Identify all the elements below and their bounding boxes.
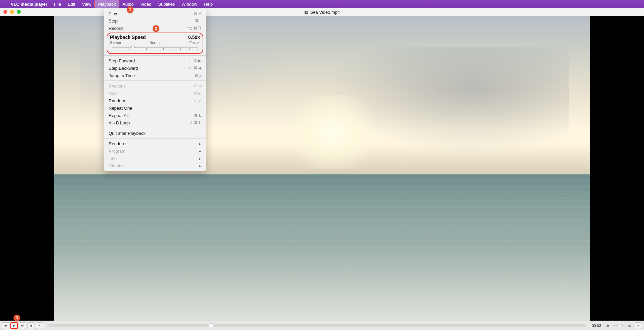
menu-item-repeat-one[interactable]: Repeat One (104, 104, 206, 112)
submenu-arrow-icon: ▸ (199, 149, 201, 154)
stop-button[interactable]: ■ (28, 322, 35, 329)
volume-low-icon[interactable]: 🔈 (604, 322, 612, 329)
menu-item-quit-after-playback[interactable]: Quit after Playback (104, 129, 206, 137)
menu-item-label: Step Forward (109, 58, 135, 63)
submenu-arrow-icon: ▸ (199, 156, 201, 161)
menu-item-label: Previous (109, 84, 126, 89)
menu-item-label: Jump to Time (109, 73, 135, 78)
menu-window[interactable]: Window (178, 0, 200, 8)
menu-item-play[interactable]: Play ⌘ P (104, 10, 206, 17)
menu-item-shortcut: ⌘ ◀ (193, 84, 201, 88)
menu-item-program: Program ▸ (104, 147, 206, 155)
transport-group: ◂◂ ▶ ▸▸ (2, 322, 26, 329)
annotation-badge-1: 1 (127, 6, 133, 13)
menu-item-shortcut: ⌘ Z (194, 98, 201, 103)
annotation-badge-2: 2 (153, 25, 159, 32)
menu-item-label: Renderer (109, 141, 127, 146)
playlist-button[interactable]: ≡ (36, 322, 43, 329)
menu-item-random[interactable]: Random ⌘ Z (104, 97, 206, 104)
playback-dropdown: Play ⌘ P Stop ⌘ . Record ⌥ ⌘ R Playback … (104, 8, 206, 171)
menu-item-previous: Previous ⌘ ◀ (104, 82, 206, 90)
video-area[interactable] (0, 16, 644, 321)
menu-item-next: Next ⌘ ▶ (104, 90, 206, 97)
menu-edit[interactable]: Edit (64, 0, 78, 8)
menu-item-label: Chapter (109, 163, 124, 168)
window-title: Sea Video.mp4 (310, 10, 340, 15)
time-elapsed: 00:03 (590, 324, 603, 328)
traffic-lights (3, 10, 21, 14)
menu-separator (104, 55, 206, 56)
menu-item-shortcut: ⌥ ⌘ ▶ (187, 58, 201, 63)
menu-item-label: Stop (109, 18, 118, 23)
menu-item-chapter: Chapter ▸ (104, 162, 206, 169)
menu-item-shortcut: ⇧ ⌘ L (190, 120, 201, 125)
window-close-button[interactable] (3, 10, 7, 14)
menu-item-label: Program (109, 149, 125, 154)
volume-knob[interactable] (618, 324, 621, 327)
annotation-badge-3: 3 (13, 315, 20, 321)
window-zoom-button[interactable] (17, 10, 21, 14)
menu-item-label: Repeat One (109, 106, 132, 111)
menu-item-label: Record (109, 26, 123, 31)
playback-speed-value: 0.50x (188, 35, 200, 40)
menu-help[interactable]: Help (201, 0, 216, 8)
menu-item-title: Title ▸ (104, 155, 206, 162)
player-toolbar: ◂◂ ▶ ▸▸ ■ ≡ 00:03 🔈 🔊 ⤢ (0, 321, 644, 330)
menu-item-stop[interactable]: Stop ⌘ . (104, 17, 206, 24)
sun-decoration (279, 95, 386, 169)
document-icon: ▦ (304, 10, 308, 15)
playback-speed-label: Playback Speed (110, 35, 146, 40)
playback-speed-slider[interactable] (110, 45, 200, 50)
macos-menubar: VLC media player File Edit View Playback… (0, 0, 644, 8)
menu-file[interactable]: File (51, 0, 64, 8)
speed-faster-label: Faster (190, 41, 200, 45)
menu-item-label: Repeat All (109, 113, 128, 118)
menu-item-jump-to-time[interactable]: Jump to Time ⌘ J (104, 72, 206, 79)
menu-item-step-backward[interactable]: Step Backward ⌥ ⌘ ◀ (104, 64, 206, 72)
menu-item-label: Title (109, 156, 117, 161)
menu-item-step-forward[interactable]: Step Forward ⌥ ⌘ ▶ (104, 57, 206, 64)
menu-item-label: Play (109, 11, 117, 16)
menu-video[interactable]: Video (137, 0, 155, 8)
menu-item-label: Quit after Playback (109, 131, 146, 136)
speed-slower-label: Slower (110, 41, 121, 45)
menu-item-shortcut: ⌘ L (194, 113, 201, 118)
menu-separator (104, 80, 206, 81)
menu-item-shortcut: ⌘ . (195, 18, 201, 23)
menu-item-label: A→B Loop (109, 120, 130, 125)
volume-slider[interactable] (613, 325, 625, 326)
menu-playback[interactable]: Playback (95, 0, 119, 8)
submenu-arrow-icon: ▸ (199, 163, 201, 168)
menu-item-shortcut: ⌥ ⌘ ◀ (187, 66, 201, 70)
menu-item-repeat-all[interactable]: Repeat All ⌘ L (104, 112, 206, 119)
menu-item-shortcut: ⌘ J (194, 73, 201, 78)
speed-normal-label: Normal (149, 41, 161, 45)
seek-slider[interactable] (47, 324, 586, 327)
menu-item-label: Random (109, 98, 125, 103)
next-button[interactable]: ▸▸ (19, 322, 26, 329)
seek-knob[interactable] (209, 323, 213, 328)
submenu-arrow-icon: ▸ (199, 141, 201, 146)
menu-view[interactable]: View (78, 0, 95, 8)
playback-speed-section: Playback Speed 0.50x Slower Normal Faste… (107, 33, 203, 54)
app-name[interactable]: VLC media player (7, 2, 51, 7)
menu-item-ab-loop[interactable]: A→B Loop ⇧ ⌘ L (104, 119, 206, 126)
fullscreen-button[interactable]: ⤢ (635, 322, 642, 329)
menu-item-label: Step Backward (109, 66, 138, 71)
window-minimize-button[interactable] (10, 10, 14, 14)
play-button[interactable]: ▶ (10, 322, 18, 329)
window-titlebar: ▦ Sea Video.mp4 (0, 8, 644, 16)
menu-item-shortcut: ⌘ ▶ (193, 91, 201, 96)
sea-decoration (54, 174, 590, 321)
stop-group: ■ ≡ (28, 322, 43, 329)
menu-item-shortcut: ⌘ P (194, 11, 201, 16)
prev-button[interactable]: ◂◂ (2, 322, 9, 329)
menu-subtitles[interactable]: Subtitles (155, 0, 178, 8)
volume-high-icon[interactable]: 🔊 (626, 322, 633, 329)
menu-separator (104, 128, 206, 128)
menu-item-shortcut: ⌥ ⌘ R (187, 26, 201, 31)
menu-item-renderer[interactable]: Renderer ▸ (104, 140, 206, 147)
menu-item-label: Next (109, 91, 118, 96)
menu-separator (104, 138, 206, 139)
